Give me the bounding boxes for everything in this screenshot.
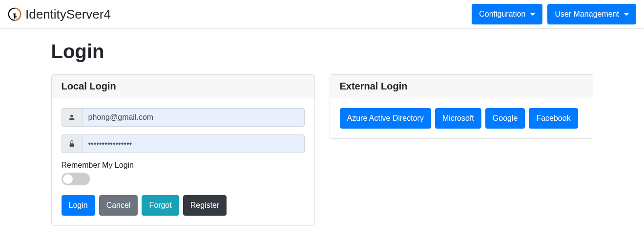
navbar-brand[interactable]: IdentityServer4 bbox=[8, 7, 111, 22]
remember-label: Remember My Login bbox=[62, 161, 305, 170]
password-input[interactable] bbox=[82, 134, 305, 153]
main-container: Login Local Login bbox=[44, 41, 601, 234]
user-management-label: User Management bbox=[555, 8, 619, 20]
local-login-column: Local Login bbox=[44, 74, 322, 234]
user-icon bbox=[62, 108, 82, 127]
microsoft-button[interactable]: Microsoft bbox=[435, 108, 481, 129]
configuration-label: Configuration bbox=[479, 8, 525, 20]
facebook-button[interactable]: Facebook bbox=[529, 108, 578, 129]
external-login-column: External Login Azure Active Directory Mi… bbox=[322, 74, 601, 234]
external-login-card: External Login Azure Active Directory Mi… bbox=[330, 74, 593, 139]
local-login-card: Local Login bbox=[51, 74, 315, 226]
password-group bbox=[62, 134, 305, 153]
login-button[interactable]: Login bbox=[62, 195, 95, 216]
page-title: Login bbox=[51, 41, 593, 63]
lock-icon bbox=[62, 134, 82, 153]
remember-toggle[interactable] bbox=[62, 173, 90, 185]
google-button[interactable]: Google bbox=[485, 108, 525, 129]
login-row: Local Login bbox=[44, 74, 601, 234]
azure-ad-button[interactable]: Azure Active Directory bbox=[340, 108, 431, 129]
forgot-button[interactable]: Forgot bbox=[142, 195, 179, 216]
register-button[interactable]: Register bbox=[183, 195, 227, 216]
external-login-body: Azure Active Directory Microsoft Google … bbox=[330, 98, 593, 138]
navbar-nav: Configuration User Management bbox=[472, 4, 636, 24]
username-input-group bbox=[62, 108, 305, 127]
navbar-brand-text: IdentityServer4 bbox=[25, 7, 111, 22]
svg-rect-3 bbox=[14, 16, 17, 17]
external-providers-row: Azure Active Directory Microsoft Google … bbox=[340, 108, 583, 129]
navbar: IdentityServer4 Configuration User Manag… bbox=[0, 0, 644, 29]
login-button-row: Login Cancel Forgot Register bbox=[62, 195, 305, 216]
local-login-body: Remember My Login Login Cancel Forgot Re… bbox=[52, 98, 314, 225]
username-input[interactable] bbox=[82, 108, 305, 127]
identityserver-logo-icon bbox=[8, 7, 21, 21]
cancel-button[interactable]: Cancel bbox=[99, 195, 138, 216]
configuration-dropdown[interactable]: Configuration bbox=[472, 4, 542, 24]
password-input-group bbox=[62, 134, 305, 153]
local-login-header: Local Login bbox=[52, 75, 314, 98]
external-login-header: External Login bbox=[330, 75, 593, 98]
remember-group: Remember My Login bbox=[62, 161, 305, 187]
user-management-dropdown[interactable]: User Management bbox=[547, 4, 636, 24]
username-group bbox=[62, 108, 305, 127]
